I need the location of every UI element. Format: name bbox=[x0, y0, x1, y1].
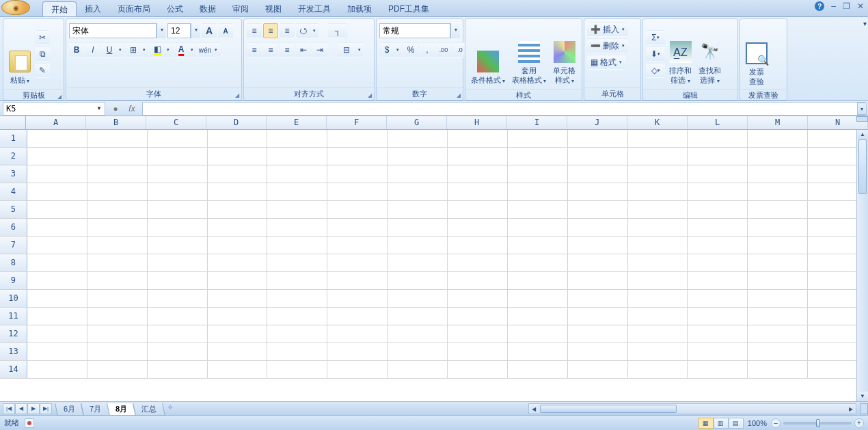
cell-B4[interactable] bbox=[87, 183, 148, 200]
cell-C2[interactable] bbox=[148, 148, 208, 165]
cell-D8[interactable] bbox=[208, 254, 268, 271]
cell-M10[interactable] bbox=[748, 290, 808, 307]
cell-C14[interactable] bbox=[148, 361, 208, 378]
cell-B5[interactable] bbox=[87, 201, 148, 218]
align-right-button[interactable]: ≡ bbox=[280, 42, 295, 57]
tab-插入[interactable]: 插入 bbox=[77, 1, 109, 16]
cell-H13[interactable] bbox=[448, 343, 508, 360]
sheet-tab-7月[interactable]: 7月 bbox=[81, 403, 110, 416]
cell-I5[interactable] bbox=[508, 201, 568, 218]
cell-D7[interactable] bbox=[208, 237, 268, 254]
cell-B7[interactable] bbox=[87, 237, 148, 254]
paste-button[interactable]: 粘贴 bbox=[6, 21, 33, 88]
cell-A13[interactable] bbox=[27, 343, 87, 360]
name-box[interactable]: K5 ▼ bbox=[3, 102, 105, 116]
scroll-thumb[interactable] bbox=[858, 139, 867, 194]
cell-M14[interactable] bbox=[748, 361, 808, 378]
minimize-button[interactable]: – bbox=[831, 1, 836, 11]
cell-C7[interactable] bbox=[148, 237, 208, 254]
cell-K2[interactable] bbox=[628, 148, 688, 165]
horizontal-scrollbar[interactable]: ◀ ▶ bbox=[528, 403, 856, 414]
help-icon[interactable]: ? bbox=[815, 1, 824, 11]
cell-G13[interactable] bbox=[388, 343, 448, 360]
cell-J8[interactable] bbox=[568, 254, 628, 271]
cell-F6[interactable] bbox=[327, 219, 388, 236]
chevron-down-icon[interactable]: ▾ bbox=[450, 23, 460, 38]
cell-F13[interactable] bbox=[327, 343, 388, 360]
row-header-9[interactable]: 9 bbox=[0, 272, 27, 289]
column-header-K[interactable]: K bbox=[627, 116, 688, 129]
cell-E3[interactable] bbox=[267, 165, 327, 183]
cell-K4[interactable] bbox=[628, 183, 688, 200]
cell-D13[interactable] bbox=[208, 343, 268, 360]
vertical-scrollbar[interactable]: ▲ ▼ bbox=[856, 130, 868, 401]
cell-L3[interactable] bbox=[688, 165, 748, 183]
cell-D10[interactable] bbox=[208, 290, 268, 307]
scroll-up-arrow[interactable]: ▲ bbox=[857, 130, 868, 139]
row-header-10[interactable]: 10 bbox=[0, 290, 27, 307]
cell-L5[interactable] bbox=[688, 201, 748, 218]
cell-A14[interactable] bbox=[27, 361, 87, 378]
cell-J2[interactable] bbox=[568, 148, 628, 165]
cell-L14[interactable] bbox=[688, 361, 748, 378]
tab-开发工具[interactable]: 开发工具 bbox=[290, 1, 339, 16]
increase-indent-button[interactable]: ⇥ bbox=[312, 42, 327, 57]
fill-button[interactable]: ⬇▾ bbox=[646, 46, 665, 62]
cell-C12[interactable] bbox=[148, 325, 208, 342]
cell-G10[interactable] bbox=[388, 290, 448, 307]
cell-I7[interactable] bbox=[508, 237, 568, 254]
cell-E12[interactable] bbox=[267, 325, 327, 342]
cut-button[interactable]: ✂ bbox=[35, 30, 50, 45]
cell-A9[interactable] bbox=[27, 272, 87, 289]
cell-E2[interactable] bbox=[267, 148, 327, 165]
column-header-J[interactable]: J bbox=[567, 116, 627, 129]
cell-H2[interactable] bbox=[448, 148, 508, 165]
cell-E13[interactable] bbox=[267, 343, 327, 360]
invoice-verify-button[interactable]: 🔍 发票 查验 bbox=[743, 21, 770, 88]
zoom-thumb[interactable] bbox=[816, 419, 820, 427]
cell-B2[interactable] bbox=[87, 148, 148, 165]
cell-M8[interactable] bbox=[748, 254, 808, 271]
cell-G14[interactable] bbox=[388, 361, 448, 378]
sheet-tab-汇总[interactable]: 汇总 bbox=[133, 403, 165, 416]
cell-G5[interactable] bbox=[388, 201, 448, 218]
row-header-2[interactable]: 2 bbox=[0, 148, 27, 165]
cell-J6[interactable] bbox=[568, 219, 628, 236]
cell-L12[interactable] bbox=[688, 325, 748, 342]
cell-D3[interactable] bbox=[208, 165, 268, 183]
cell-B10[interactable] bbox=[87, 290, 148, 307]
tab-视图[interactable]: 视图 bbox=[257, 1, 290, 16]
cell-F12[interactable] bbox=[327, 325, 388, 342]
cell-E11[interactable] bbox=[267, 308, 327, 325]
cell-C4[interactable] bbox=[148, 183, 208, 200]
tab-开始[interactable]: 开始 bbox=[42, 1, 77, 16]
row-header-4[interactable]: 4 bbox=[0, 183, 27, 200]
underline-button[interactable]: U▾ bbox=[102, 42, 124, 57]
zoom-percent[interactable]: 100% bbox=[748, 419, 767, 427]
cell-E6[interactable] bbox=[267, 219, 327, 236]
tab-数据[interactable]: 数据 bbox=[191, 1, 224, 16]
macro-record-button[interactable] bbox=[25, 418, 34, 428]
chevron-down-icon[interactable]: ▾ bbox=[191, 23, 200, 38]
row-header-3[interactable]: 3 bbox=[0, 165, 27, 183]
cell-C3[interactable] bbox=[148, 165, 208, 183]
insert-cells-button[interactable]: ➕ 插入 ▾ bbox=[587, 22, 628, 37]
cell-K8[interactable] bbox=[628, 254, 688, 271]
increase-font-button[interactable]: A bbox=[202, 23, 217, 38]
cell-G9[interactable] bbox=[388, 272, 448, 289]
restore-button[interactable]: ❐ bbox=[843, 1, 850, 11]
column-header-L[interactable]: L bbox=[688, 116, 748, 129]
chevron-down-icon[interactable]: ▾ bbox=[157, 23, 166, 38]
row-header-13[interactable]: 13 bbox=[0, 343, 27, 360]
border-button[interactable]: ⊞▾ bbox=[126, 42, 148, 57]
cell-I13[interactable] bbox=[508, 343, 568, 360]
cell-F1[interactable] bbox=[327, 130, 388, 147]
cell-C10[interactable] bbox=[148, 290, 208, 307]
cell-E1[interactable] bbox=[267, 130, 327, 147]
cell-J7[interactable] bbox=[568, 237, 628, 254]
cell-F4[interactable] bbox=[327, 183, 388, 200]
cell-H3[interactable] bbox=[448, 165, 508, 183]
delete-cells-button[interactable]: ➖ 删除 ▾ bbox=[587, 38, 628, 53]
insert-function-button[interactable]: fx bbox=[124, 102, 139, 116]
cell-M13[interactable] bbox=[748, 343, 808, 360]
